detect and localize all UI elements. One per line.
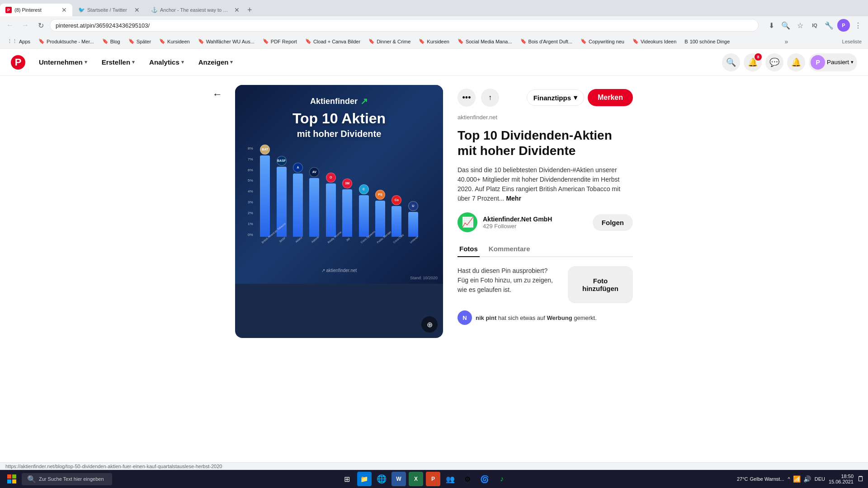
- bookmark-label-5: Wahlfächer WU Aus...: [206, 39, 255, 44]
- foto-prompt-line1: Hast du diesen Pin ausprobiert?: [458, 267, 547, 274]
- bookmark-blog[interactable]: 🔖 Blog: [99, 37, 124, 46]
- bookmark-label-12: Copywriting neu: [589, 39, 624, 44]
- menu-button[interactable]: ⋮: [852, 19, 864, 32]
- share-button[interactable]: ↑: [481, 89, 499, 107]
- chart-brand: Aktienfinder ↗: [310, 96, 368, 107]
- tab-3[interactable]: ⚓ Anchor - The easiest way to mai... ✕: [146, 4, 245, 16]
- taskbar-search[interactable]: 🔍 Zur Suche Text hier eingeben: [22, 473, 112, 485]
- extension-button[interactable]: 🔧: [823, 19, 835, 32]
- bookmark-dinner[interactable]: 🔖 Dinner & Crime: [365, 37, 414, 46]
- forward-button[interactable]: →: [19, 19, 32, 32]
- bar-logo-0: BAT: [260, 145, 270, 155]
- tab-3-close[interactable]: ✕: [234, 6, 240, 14]
- nav-unternehmen[interactable]: Unternehmen ▾: [33, 55, 94, 70]
- tab-1-close[interactable]: ✕: [61, 6, 67, 14]
- back-button[interactable]: ←: [4, 19, 16, 32]
- bookmark-wahlfächer[interactable]: 🔖 Wahlfächer WU Aus...: [194, 37, 258, 46]
- tab-2-favicon: 🐦: [78, 7, 85, 13]
- notification-center-button[interactable]: 🗒: [857, 475, 864, 483]
- activity-user: nik pint: [476, 314, 496, 321]
- save-section: Finanztipps ▾ Merken: [527, 89, 633, 106]
- bookmark-kursideen2[interactable]: 🔖 Kursideen: [415, 37, 453, 46]
- zoom-button[interactable]: ⊕: [421, 316, 438, 333]
- system-tray: ^ 📶 🔊: [788, 475, 811, 483]
- bookmark-bois[interactable]: 🔖 Bois d'Argent Duft...: [517, 37, 576, 46]
- clock[interactable]: 18:50 15.06.2021: [829, 474, 854, 484]
- bar-group-5: 3M: [342, 178, 352, 237]
- bookmark-kursideen1[interactable]: 🔖 Kursideen: [156, 37, 193, 46]
- excel-icon[interactable]: X: [409, 472, 423, 486]
- settings-icon[interactable]: ⚙: [460, 472, 475, 486]
- bar-logo-9: U: [408, 201, 418, 211]
- nav-erstellen[interactable]: Erstellen ▾: [95, 55, 141, 70]
- more-options-button[interactable]: •••: [458, 89, 476, 107]
- spotify-icon[interactable]: ♪: [495, 472, 509, 486]
- bookmark-copywriting[interactable]: 🔖 Copywriting neu: [577, 37, 628, 46]
- back-button[interactable]: ←: [212, 89, 222, 100]
- bookmark-100-dinge[interactable]: B 100 schöne Dinge: [681, 38, 733, 46]
- reading-list-button[interactable]: Leseliste: [840, 38, 864, 45]
- bookmark-pdf[interactable]: 🔖 PDF Report: [259, 37, 301, 46]
- tab-1[interactable]: P (8) Pinterest ✕: [0, 4, 72, 16]
- reload-button[interactable]: ↻: [34, 19, 47, 32]
- board-arrow: ▾: [574, 94, 577, 102]
- author-avatar[interactable]: 📈: [458, 212, 477, 232]
- bookmark-social-media[interactable]: 🔖 Social Media Mana...: [454, 37, 516, 46]
- tab-fotos[interactable]: Fotos: [458, 241, 480, 257]
- edge-icon[interactable]: 🌐: [374, 472, 389, 486]
- bookmarks-more-button[interactable]: »: [782, 37, 791, 46]
- foto-hinzufügen-button[interactable]: Foto hinzufügen: [568, 266, 633, 303]
- search-button[interactable]: 🔍: [779, 19, 792, 32]
- nav-analytics[interactable]: Analytics ▾: [143, 55, 190, 70]
- search-button[interactable]: 🔍: [722, 53, 740, 71]
- alerts-button[interactable]: 🔔: [787, 53, 805, 71]
- foto-section: Hast du diesen Pin ausprobiert? Füg ein …: [458, 266, 633, 303]
- folgen-button[interactable]: Folgen: [593, 214, 633, 231]
- address-text: pinterest.at/pin/3659243436295103/: [56, 22, 753, 29]
- new-tab-button[interactable]: +: [247, 5, 252, 15]
- volume-icon: 🔊: [803, 475, 811, 483]
- nav-erstellen-label: Erstellen: [102, 58, 130, 66]
- notifications-button[interactable]: 🔔 8: [744, 53, 762, 71]
- folgen-label: Folgen: [602, 219, 624, 226]
- explorer-icon[interactable]: 📁: [357, 472, 372, 486]
- nav-anzeigen[interactable]: Anzeigen ▾: [192, 55, 240, 70]
- svg-rect-3: [12, 479, 16, 483]
- header-right: 🔍 🔔 8 💬 🔔 P Pausiert ▾: [722, 53, 857, 71]
- bookmark-später[interactable]: 🔖 Später: [125, 37, 155, 46]
- start-button[interactable]: [4, 471, 20, 487]
- pin-image[interactable]: Aktienfinder ↗ Top 10 Aktien mit hoher D…: [235, 85, 443, 338]
- bookmark-cload[interactable]: 🔖 Cload + Canva Bilder: [302, 37, 364, 46]
- iq-button[interactable]: IQ: [808, 19, 821, 32]
- bookmark-icon-10: 🔖: [458, 38, 464, 44]
- pin-title: Top 10 Dividenden-Aktien mit hoher Divid…: [458, 128, 633, 158]
- task-view-button[interactable]: ⊞: [340, 472, 354, 486]
- bookmark-icon-7: 🔖: [305, 38, 311, 44]
- bookmark-videokurs[interactable]: 🔖 Videokurs Ideen: [629, 37, 680, 46]
- profile-button[interactable]: P: [837, 19, 850, 32]
- bookmark-produktsuche[interactable]: 🔖 Produktsuche - Mer...: [35, 37, 98, 46]
- chrome-icon[interactable]: 🌀: [477, 472, 492, 486]
- tab-2[interactable]: 🐦 Startseite / Twitter ✕: [73, 4, 145, 16]
- pinterest-logo[interactable]: P: [11, 55, 25, 70]
- messages-button[interactable]: 💬: [765, 53, 783, 71]
- bookmark-button[interactable]: ☆: [794, 19, 807, 32]
- word-icon[interactable]: W: [392, 472, 406, 486]
- taskbar-arrow[interactable]: ^: [788, 476, 790, 482]
- tab-kommentare[interactable]: Kommentare: [487, 241, 532, 257]
- address-bar[interactable]: pinterest.at/pin/3659243436295103/: [50, 19, 759, 32]
- profile-button[interactable]: P Pausiert ▾: [809, 53, 857, 71]
- bookmark-label-3: Später: [137, 39, 151, 44]
- board-selector[interactable]: Finanztipps ▾: [527, 89, 584, 106]
- source-link[interactable]: aktienfinder.net: [458, 114, 633, 121]
- merken-button[interactable]: Merken: [588, 89, 633, 106]
- taskbar-search-text: Zur Suche Text hier eingeben: [39, 476, 104, 482]
- bookmark-icon-5: 🔖: [198, 38, 204, 44]
- download-button[interactable]: ⬇: [765, 19, 778, 32]
- teams-icon[interactable]: 👥: [443, 472, 458, 486]
- tab-2-close[interactable]: ✕: [134, 6, 140, 14]
- mehr-link[interactable]: Mehr: [506, 195, 521, 202]
- bar-group-4: O: [326, 173, 336, 237]
- bookmark-apps[interactable]: ⋮⋮ Apps: [4, 37, 34, 46]
- powerpoint-icon[interactable]: P: [426, 472, 440, 486]
